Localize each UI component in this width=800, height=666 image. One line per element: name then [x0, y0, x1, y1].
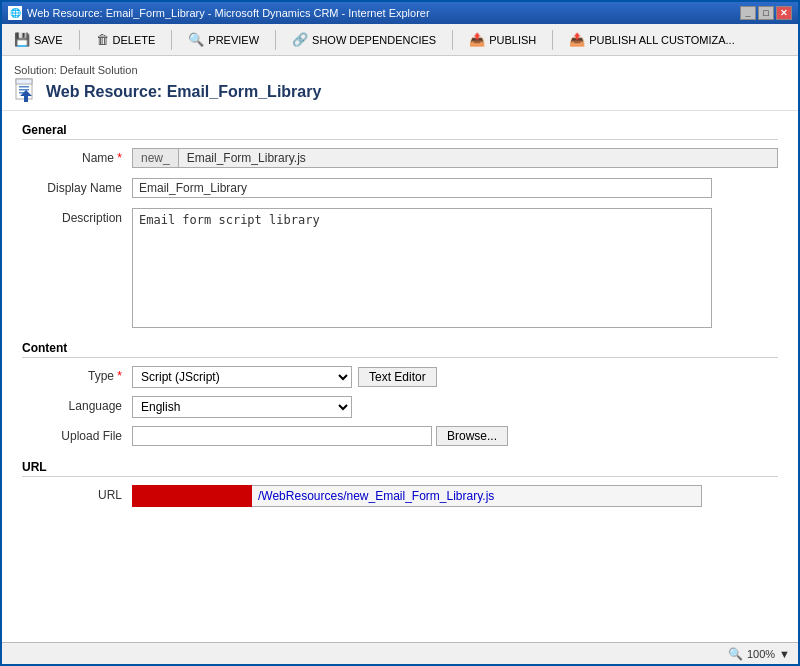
app-icon: 🌐 [8, 6, 22, 20]
language-select-wrapper: English [132, 396, 778, 418]
status-bar: 🔍 100% ▼ [2, 642, 798, 664]
window-controls: _ □ ✕ [740, 6, 792, 20]
display-name-label: Display Name [22, 178, 132, 195]
browse-button[interactable]: Browse... [436, 426, 508, 446]
language-label: Language [22, 396, 132, 413]
display-name-row: Display Name [22, 178, 778, 202]
description-row: Description Email form script library [22, 208, 778, 331]
separator-5 [552, 30, 553, 50]
publish-all-icon: 📤 [569, 32, 585, 47]
type-label: Type * [22, 366, 132, 383]
solution-header: Solution: Default Solution Web Resource:… [2, 56, 798, 111]
zoom-icon: 🔍 [728, 647, 743, 661]
name-prefix: new_ [132, 148, 178, 168]
language-select[interactable]: English [132, 396, 352, 418]
zoom-dropdown-icon[interactable]: ▼ [779, 648, 790, 660]
description-field: Email form script library [132, 208, 778, 331]
type-required: * [114, 369, 122, 383]
minimize-button[interactable]: _ [740, 6, 756, 20]
description-label: Description [22, 208, 132, 225]
separator-3 [275, 30, 276, 50]
upload-file-input[interactable] [132, 426, 432, 446]
publish-all-button[interactable]: 📤 PUBLISH ALL CUSTOMIZA... [565, 30, 739, 49]
general-section-title: General [22, 123, 778, 140]
main-window: 🌐 Web Resource: Email_Form_Library - Mic… [0, 0, 800, 666]
url-field: /WebResources/new_Email_Form_Library.js [132, 485, 778, 507]
separator-2 [171, 30, 172, 50]
text-editor-button[interactable]: Text Editor [358, 367, 437, 387]
display-name-field [132, 178, 778, 198]
publish-icon: 📤 [469, 32, 485, 47]
page-title-row: Web Resource: Email_Form_Library [14, 78, 786, 106]
upload-file-row: Upload File Browse... [22, 426, 778, 450]
type-row: Type * Script (JScript) Text Editor [22, 366, 778, 390]
type-select-wrapper: Script (JScript) [132, 366, 352, 388]
url-highlight-block [132, 485, 252, 507]
title-bar-left: 🌐 Web Resource: Email_Form_Library - Mic… [8, 6, 430, 20]
close-button[interactable]: ✕ [776, 6, 792, 20]
content-section: Content Type * Script (JScript) Text Edi… [22, 341, 778, 450]
web-resource-icon [14, 78, 38, 106]
type-field: Script (JScript) Text Editor [132, 366, 778, 388]
language-field: English [132, 396, 778, 418]
form-body: General Name * new_ Email_Form_Library.j… [2, 111, 798, 642]
separator-4 [452, 30, 453, 50]
page-title: Web Resource: Email_Form_Library [46, 83, 321, 101]
type-select[interactable]: Script (JScript) [132, 366, 352, 388]
delete-button[interactable]: 🗑 DELETE [92, 30, 160, 49]
separator-1 [79, 30, 80, 50]
publish-button[interactable]: 📤 PUBLISH [465, 30, 540, 49]
preview-icon: 🔍 [188, 32, 204, 47]
save-button[interactable]: 💾 SAVE [10, 30, 67, 49]
language-row: Language English [22, 396, 778, 420]
upload-file-field: Browse... [132, 426, 778, 446]
maximize-button[interactable]: □ [758, 6, 774, 20]
url-path-text: /WebResources/new_Email_Form_Library.js [252, 485, 702, 507]
description-textarea[interactable]: Email form script library [132, 208, 712, 328]
show-dependencies-button[interactable]: 🔗 SHOW DEPENDENCIES [288, 30, 440, 49]
url-section-title: URL [22, 460, 778, 477]
name-field: new_ Email_Form_Library.js [132, 148, 778, 168]
url-label: URL [22, 485, 132, 502]
svg-rect-3 [19, 89, 29, 91]
name-required: * [114, 151, 122, 165]
title-bar: 🌐 Web Resource: Email_Form_Library - Mic… [2, 2, 798, 24]
window-title: Web Resource: Email_Form_Library - Micro… [27, 7, 430, 19]
name-label: Name * [22, 148, 132, 165]
name-value: Email_Form_Library.js [178, 148, 778, 168]
solution-label: Solution: Default Solution [14, 64, 786, 76]
name-row: Name * new_ Email_Form_Library.js [22, 148, 778, 172]
delete-icon: 🗑 [96, 32, 109, 47]
display-name-input[interactable] [132, 178, 712, 198]
svg-rect-2 [19, 86, 29, 88]
dependencies-icon: 🔗 [292, 32, 308, 47]
url-row: URL /WebResources/new_Email_Form_Library… [22, 485, 778, 509]
content-section-title: Content [22, 341, 778, 358]
svg-rect-1 [16, 79, 32, 84]
zoom-level: 100% [747, 648, 775, 660]
zoom-control: 🔍 100% ▼ [728, 647, 790, 661]
preview-button[interactable]: 🔍 PREVIEW [184, 30, 263, 49]
content-area: Solution: Default Solution Web Resource:… [2, 56, 798, 642]
url-section: URL URL /WebResources/new_Email_Form_Lib… [22, 460, 778, 509]
save-icon: 💾 [14, 32, 30, 47]
toolbar: 💾 SAVE 🗑 DELETE 🔍 PREVIEW 🔗 SHOW DEPENDE… [2, 24, 798, 56]
upload-file-label: Upload File [22, 426, 132, 443]
